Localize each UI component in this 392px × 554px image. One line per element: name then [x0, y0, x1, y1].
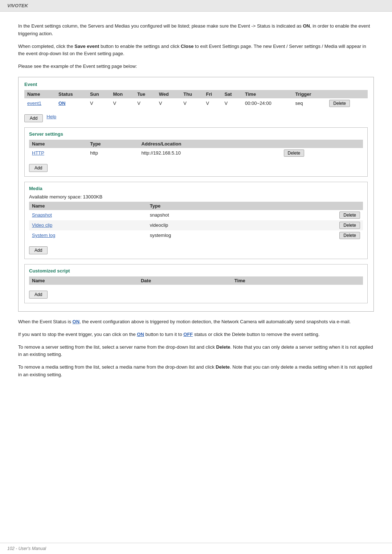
http-link[interactable]: HTTP: [32, 150, 44, 156]
event1-mon: V: [110, 98, 134, 108]
event-col-name: Name: [24, 90, 56, 98]
outro-para4: To remove a media setting from the list,…: [18, 364, 374, 379]
server-col-type: Type: [87, 140, 138, 148]
table-row: event1 ON V V V V V V V 00:00~24:00 seq …: [24, 98, 368, 108]
outro-on-button[interactable]: ON: [137, 332, 144, 337]
server-add-button[interactable]: Add: [29, 164, 48, 172]
event1-link[interactable]: event1: [27, 100, 41, 106]
event1-time: 00:00~24:00: [242, 98, 293, 108]
event-col-mon: Mon: [110, 90, 134, 98]
header-bar: VIVOTEK: [0, 0, 392, 12]
server-address: http://192.168.5.10: [139, 148, 281, 158]
customized-col-action: [329, 276, 363, 285]
event-section: Event Name Status Sun Mon Tue Wed Thu Fr…: [24, 82, 368, 122]
event1-delete-button[interactable]: Delete: [329, 100, 350, 107]
server-section: Server settings Name Type Address/Locati…: [24, 127, 368, 177]
server-col-action: [281, 140, 363, 148]
event-col-action: [326, 90, 368, 98]
media-section-title: Media: [29, 186, 363, 191]
event-col-sat: Sat: [221, 90, 242, 98]
event-table: Name Status Sun Mon Tue Wed Thu Fri Sat …: [24, 90, 368, 108]
systemlog-link[interactable]: System log: [32, 233, 55, 238]
snapshot-type: snapshot: [147, 210, 256, 220]
event-box: Event Name Status Sun Mon Tue Wed Thu Fr…: [18, 77, 374, 312]
event1-tue: V: [134, 98, 156, 108]
videoclip-link[interactable]: Video clip: [32, 222, 52, 228]
event-col-trigger: Trigger: [293, 90, 327, 98]
outro-para2: If you want to stop the event trigger, y…: [18, 331, 374, 338]
memory-info: Available memory space: 13000KB: [29, 194, 363, 200]
customized-section: Customized script Name Date Time: [24, 264, 368, 303]
main-content: In the Event settings column, the Server…: [0, 12, 392, 395]
event1-thu: V: [180, 98, 203, 108]
systemlog-delete-button[interactable]: Delete: [339, 232, 360, 239]
intro-para3: Please see the example of the Event sett…: [18, 63, 374, 70]
event1-sat: V: [221, 98, 242, 108]
event1-status[interactable]: ON: [58, 100, 66, 106]
server-type: http: [87, 148, 138, 158]
event-col-tue: Tue: [134, 90, 156, 98]
media-col-type: Type: [147, 202, 256, 210]
event1-wed: V: [156, 98, 181, 108]
server-section-title: Server settings: [29, 131, 363, 137]
outro-para1: When the Event Status is ON, the event c…: [18, 318, 374, 326]
media-col-action: [256, 202, 363, 210]
videoclip-delete-button[interactable]: Delete: [339, 222, 360, 229]
customized-col-time: Time: [232, 276, 329, 285]
intro-para1: In the Event settings column, the Server…: [18, 22, 374, 38]
table-row: Video clip videoclip Delete: [29, 220, 363, 230]
intro-para2: When completed, click the Save event but…: [18, 43, 374, 58]
media-table: Name Type Snapshot snapshot Delete Video: [29, 202, 363, 241]
event-col-thu: Thu: [180, 90, 203, 98]
outro-on-link[interactable]: ON: [73, 319, 80, 324]
table-row: Snapshot snapshot Delete: [29, 210, 363, 220]
videoclip-type: videoclip: [147, 220, 256, 230]
event-col-status: Status: [56, 90, 87, 98]
customized-table: Name Date Time: [29, 276, 363, 285]
server-col-name: Name: [29, 140, 87, 148]
customized-section-title: Customized script: [29, 268, 363, 274]
event-col-time: Time: [242, 90, 293, 98]
footer-text: 102 - User's Manual: [7, 546, 46, 551]
footer-bar: 102 - User's Manual: [0, 543, 392, 554]
snapshot-delete-button[interactable]: Delete: [339, 212, 360, 219]
event-col-sun: Sun: [87, 90, 110, 98]
customized-col-name: Name: [29, 276, 138, 285]
media-add-button[interactable]: Add: [29, 246, 48, 254]
outro-para3: To remove a server setting from the list…: [18, 344, 374, 359]
table-row: HTTP http http://192.168.5.10 Delete: [29, 148, 363, 158]
event-section-title: Event: [24, 82, 368, 87]
customized-col-date: Date: [138, 276, 232, 285]
event-col-fri: Fri: [203, 90, 221, 98]
event-add-button[interactable]: Add: [24, 114, 43, 122]
table-row: System log systemlog Delete: [29, 230, 363, 241]
event1-fri: V: [203, 98, 221, 108]
outro-off-link[interactable]: OFF: [183, 332, 193, 337]
event-help-link[interactable]: Help: [46, 114, 56, 119]
server-table: Name Type Address/Location HTTP http htt…: [29, 140, 363, 158]
systemlog-type: systemlog: [147, 230, 256, 241]
media-section: Media Available memory space: 13000KB Na…: [24, 182, 368, 259]
snapshot-link[interactable]: Snapshot: [32, 212, 52, 218]
event1-sun: V: [87, 98, 110, 108]
event1-trigger: seq: [293, 98, 327, 108]
media-col-name: Name: [29, 202, 147, 210]
event-col-wed: Wed: [156, 90, 181, 98]
brand-label: VIVOTEK: [7, 3, 28, 8]
customized-add-button[interactable]: Add: [29, 291, 48, 299]
server-col-address: Address/Location: [139, 140, 281, 148]
server-delete-button[interactable]: Delete: [284, 149, 305, 157]
